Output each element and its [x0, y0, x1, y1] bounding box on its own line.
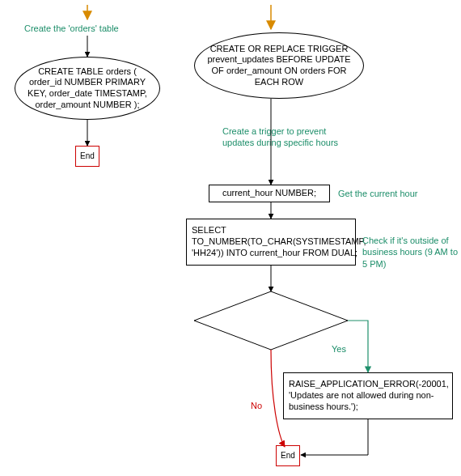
node-end-left: End — [75, 146, 99, 167]
node-create-table-text: CREATE TABLE orders ( order_id NUMBER PR… — [23, 66, 151, 111]
node-decision-text: current_hour< 9 OR current_hour>= 17 ? — [204, 309, 333, 332]
node-raise: RAISE_APPLICATION_ERROR(-20001, 'Updates… — [283, 372, 453, 419]
node-select: SELECT TO_NUMBER(TO_CHAR(SYSTIMESTAMP, '… — [186, 219, 356, 266]
node-trigger-text: CREATE OR REPLACE TRIGGER prevent_update… — [203, 44, 355, 88]
node-select-text: SELECT TO_NUMBER(TO_CHAR(SYSTIMESTAMP, '… — [192, 225, 366, 258]
node-trigger: CREATE OR REPLACE TRIGGER prevent_update… — [194, 32, 364, 99]
node-create-table: CREATE TABLE orders ( order_id NUMBER PR… — [15, 57, 160, 120]
node-raise-text: RAISE_APPLICATION_ERROR(-20001, 'Updates… — [289, 379, 449, 412]
edge-label-no: No — [251, 401, 262, 410]
edge-label-yes: Yes — [332, 344, 346, 354]
node-end-right-text: End — [281, 451, 295, 461]
node-declare: current_hour NUMBER; — [209, 185, 330, 202]
caption-create-table: Create the 'orders' table — [24, 23, 146, 34]
node-decision: current_hour< 9 OR current_hour>= 17 ? — [204, 304, 333, 337]
node-declare-text: current_hour NUMBER; — [222, 188, 316, 199]
node-end-right: End — [276, 445, 300, 466]
caption-check: Check if it's outside of business hours … — [362, 235, 458, 270]
node-end-left-text: End — [80, 151, 95, 162]
caption-trigger: Create a trigger to prevent updates duri… — [222, 125, 352, 149]
caption-get-hour: Get the current hour — [338, 188, 443, 199]
